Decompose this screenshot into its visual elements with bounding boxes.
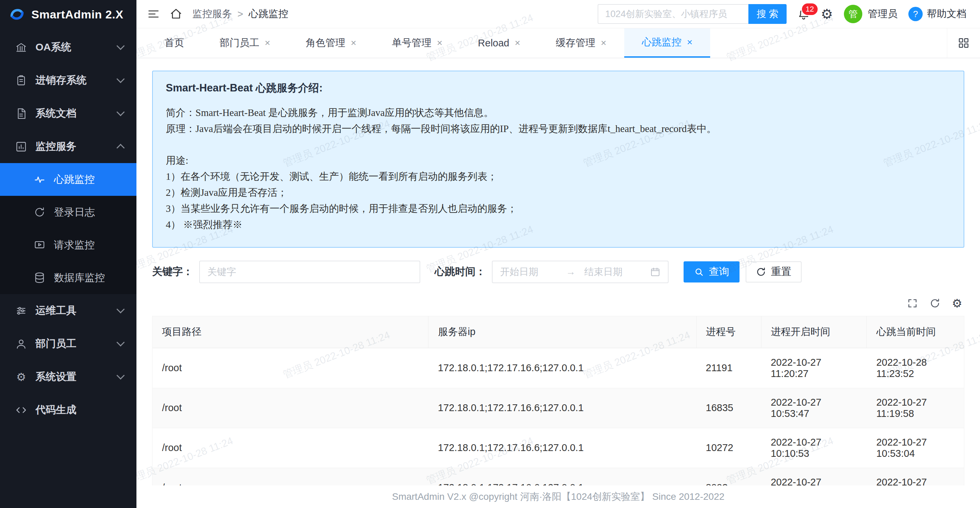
intro-line: 原理：Java后端会在项目启动的时候开启一个线程，每隔一段时间将该应用的IP、进…	[166, 121, 951, 137]
tab-options-button[interactable]	[947, 28, 980, 58]
close-icon[interactable]: ×	[265, 38, 270, 48]
chevron-down-icon	[116, 305, 124, 313]
bar-chart-icon	[15, 140, 27, 153]
table-toolbar: ⚙	[152, 298, 962, 309]
user-icon	[15, 338, 27, 350]
search-input[interactable]	[598, 4, 748, 24]
filter-bar: 关键字： 心跳时间： 开始日期 → 结束日期 查询 重置	[152, 261, 964, 283]
intro-spacer	[166, 137, 951, 153]
page-footer: SmartAdmin V2.x @copyright 河南·洛阳【1024创新实…	[137, 486, 980, 508]
notification-bell[interactable]: 12	[797, 8, 810, 20]
intro-line: 4） ※强烈推荐※	[166, 217, 951, 233]
gear-icon: ⚙	[15, 371, 27, 383]
close-icon[interactable]: ×	[351, 38, 356, 48]
table-header-row: 项目路径 服务器ip 进程号 进程开启时间 心跳当前时间	[153, 316, 964, 348]
top-header: 监控服务 > 心跳监控 搜 索 12 ⚙ 管 管理员	[137, 0, 980, 28]
col-process-start-time: 进程开启时间	[761, 316, 866, 348]
tab-cache-mgmt[interactable]: 缓存管理 ×	[538, 28, 624, 58]
breadcrumb-current: 心跳监控	[249, 7, 288, 21]
sidebar-item-monitor[interactable]: 监控服务	[0, 130, 137, 163]
document-icon	[15, 107, 27, 120]
heartbeat-table: 项目路径 服务器ip 进程号 进程开启时间 心跳当前时间 /root172.18…	[152, 316, 964, 486]
logo-icon	[9, 6, 25, 22]
sidebar-item-login-log[interactable]: 登录日志	[0, 196, 137, 229]
page-content: Smart-Heart-Beat 心跳服务介绍: 简介：Smart-Heart-…	[137, 58, 980, 486]
tab-role-mgmt[interactable]: 角色管理 ×	[288, 28, 374, 58]
bank-icon	[15, 41, 27, 54]
intro-line: 2）检测Java应用是否存活；	[166, 185, 951, 201]
reset-button[interactable]: 重置	[746, 261, 802, 282]
refresh-icon	[756, 267, 766, 277]
user-name: 管理员	[868, 7, 897, 21]
sidebar-item-settings[interactable]: ⚙ 系统设置	[0, 360, 137, 393]
logo[interactable]: SmartAdmin 2.X	[0, 0, 137, 29]
main-area: 监控服务 > 心跳监控 搜 索 12 ⚙ 管 管理员	[137, 0, 980, 508]
sliders-icon	[15, 305, 27, 317]
copyright-text: SmartAdmin V2.x @copyright 河南·洛阳【1024创新实…	[392, 490, 724, 503]
sidebar-item-codegen[interactable]: 代码生成	[0, 393, 137, 427]
col-heartbeat-time: 心跳当前时间	[867, 316, 964, 348]
video-monitor-icon	[33, 239, 46, 251]
column-settings-icon[interactable]: ⚙	[952, 298, 962, 309]
sidebar-item-request-monitor[interactable]: 请求监控	[0, 229, 137, 261]
clipboard-icon	[15, 74, 27, 87]
close-icon[interactable]: ×	[515, 38, 520, 48]
header-gear-icon[interactable]: ⚙	[821, 7, 833, 21]
intro-line: 简介：Smart-Heart-Beat 是心跳服务，用于监测Java应用的状态等…	[166, 105, 951, 121]
sidebar-item-oa[interactable]: OA系统	[0, 31, 137, 64]
sidebar-submenu-monitor: 心跳监控 登录日志 请求监控	[0, 163, 137, 294]
notification-badge: 12	[801, 2, 819, 16]
heartbeat-icon	[33, 173, 46, 186]
home-icon[interactable]	[170, 8, 182, 20]
sidebar-item-db-monitor[interactable]: 数据库监控	[0, 261, 137, 294]
tab-serial-mgmt[interactable]: 单号管理 ×	[374, 28, 460, 58]
search-button[interactable]: 搜 索	[748, 4, 787, 24]
close-icon[interactable]: ×	[601, 38, 606, 48]
tab-home[interactable]: 首页	[147, 28, 202, 58]
login-log-icon	[33, 206, 46, 218]
sidebar-item-heartbeat[interactable]: 心跳监控	[0, 163, 137, 196]
app-root: SmartAdmin 2.X OA系统 进销存系统	[0, 0, 980, 508]
app-title: SmartAdmin 2.X	[31, 8, 124, 21]
intro-line: 用途:	[166, 153, 951, 169]
keyword-input[interactable]	[199, 261, 420, 283]
help-link[interactable]: ? 帮助文档	[908, 7, 966, 21]
tab-reload[interactable]: Reload ×	[460, 28, 538, 58]
sidebar-item-ops[interactable]: 运维工具	[0, 294, 137, 327]
help-icon: ?	[908, 7, 923, 21]
table-row[interactable]: /root172.18.0.1;172.17.16.6;127.0.0.1168…	[153, 388, 964, 428]
heartbeat-time-label: 心跳时间：	[434, 265, 486, 279]
tab-dept-employees[interactable]: 部门员工 ×	[202, 28, 288, 58]
fullscreen-icon[interactable]	[907, 298, 918, 309]
user-menu[interactable]: 管 管理员	[844, 5, 897, 23]
refresh-icon[interactable]	[929, 298, 940, 309]
close-icon[interactable]: ×	[687, 37, 692, 48]
keyword-label: 关键字：	[152, 265, 193, 279]
sidebar-item-employees[interactable]: 部门员工	[0, 327, 137, 360]
date-range-picker[interactable]: 开始日期 → 结束日期	[492, 261, 668, 283]
query-button[interactable]: 查询	[684, 261, 740, 282]
header-right: 搜 索 12 ⚙ 管 管理员 ? 帮助文档	[598, 4, 966, 24]
col-process-id: 进程号	[696, 316, 761, 348]
breadcrumb: 监控服务 > 心跳监控	[192, 7, 288, 21]
collapse-sidebar-icon[interactable]	[147, 8, 160, 20]
sidebar-item-docs[interactable]: 系统文档	[0, 97, 137, 130]
sidebar-item-inventory[interactable]: 进销存系统	[0, 64, 137, 97]
breadcrumb-section[interactable]: 监控服务	[192, 7, 232, 21]
heartbeat-intro-panel: Smart-Heart-Beat 心跳服务介绍: 简介：Smart-Heart-…	[152, 71, 964, 248]
table-row[interactable]: /root172.18.0.1;172.17.16.6;127.0.0.1211…	[153, 348, 964, 388]
sidebar: SmartAdmin 2.X OA系统 进销存系统	[0, 0, 137, 508]
intro-line: 1）在各个环境（无论开发、测试、生产）能统一看到所有启动的服务列表；	[166, 169, 951, 185]
chevron-up-icon	[116, 143, 124, 152]
close-icon[interactable]: ×	[437, 38, 442, 48]
search-icon	[694, 267, 704, 277]
grid-icon	[958, 37, 969, 49]
chevron-down-icon	[116, 371, 124, 379]
tab-bar: 首页 部门员工 × 角色管理 × 单号管理 × Reload × 缓存管理 ×	[137, 28, 980, 58]
tab-heartbeat-monitor[interactable]: 心跳监控 ×	[624, 28, 710, 58]
table-row[interactable]: /root172.18.0.1;172.17.16.6;127.0.0.1899…	[153, 468, 964, 486]
avatar: 管	[844, 5, 862, 23]
table-row[interactable]: /root172.18.0.1;172.17.16.6;127.0.0.1102…	[153, 428, 964, 468]
code-icon	[15, 404, 27, 416]
intro-line: 3）当某些业务只允许有一个服务启动的时候，用于排查是否别人也启动的服务；	[166, 201, 951, 217]
